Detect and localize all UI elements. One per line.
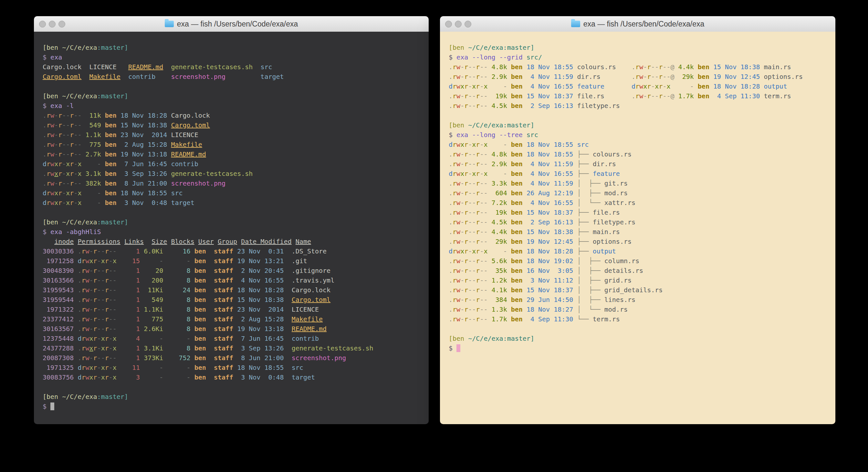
text-segment: 24 [163, 286, 190, 294]
text-segment [82, 73, 89, 81]
text-segment: src [527, 131, 538, 139]
permission-char: x [101, 334, 105, 342]
text-segment [74, 296, 78, 303]
text-segment: 18 Nov 19:02 [523, 257, 574, 265]
permission-char: - [97, 374, 101, 381]
text-segment: 23377412 [43, 315, 74, 323]
text-segment [604, 83, 631, 90]
text-segment: 1.7k [488, 315, 507, 323]
title-bar[interactable]: exa — fish /Users/ben/Code/exa/exa [34, 16, 429, 32]
text-segment [46, 403, 51, 410]
text-segment: 3.1Ki [140, 344, 163, 352]
text-segment: 15 Nov 18:37 [523, 92, 574, 100]
permission-char: w [457, 83, 460, 90]
text-segment [167, 199, 171, 207]
text-segment: 1971258 [43, 257, 74, 265]
text-segment: ben [507, 247, 523, 255]
permission-char: r [105, 247, 109, 255]
permission-char: r [93, 257, 97, 265]
text-segment [74, 286, 78, 294]
permission-char: - [468, 315, 472, 323]
zoom-button[interactable] [465, 21, 471, 28]
permission-char: - [480, 247, 484, 255]
permission-char: w [85, 286, 89, 294]
permission-char: r [464, 305, 468, 313]
desktop-background: exa — fish /Users/ben/Code/exa/exa [ben … [0, 0, 868, 472]
permission-char: - [97, 315, 101, 323]
text-segment: │ ├── [573, 296, 604, 303]
permission-char: - [113, 267, 117, 274]
permission-char: w [639, 83, 643, 90]
permission-char: w [457, 305, 460, 313]
permission-char: r [82, 354, 85, 362]
permission-char: - [484, 199, 488, 207]
text-segment: LICENCE [171, 131, 198, 139]
permission-char: - [113, 325, 117, 333]
text-segment: 19 Nov 12:45 [523, 238, 574, 245]
text-segment [600, 73, 631, 81]
terminal-line: 31959543 .rw-r--r-- 1 11Ki 24 ben staff … [43, 285, 429, 295]
text-segment: ben staff [191, 315, 233, 323]
text-segment: ben [507, 83, 523, 90]
permission-char: r [476, 150, 480, 158]
permission-char: - [460, 257, 464, 265]
terminal-line: [ben ~/C/e/exa:master] [449, 43, 835, 52]
permission-char: - [90, 286, 93, 294]
permission-char: - [109, 364, 113, 372]
permission-char: - [472, 179, 476, 187]
text-segment: 19 Nov 13:18 [117, 150, 167, 158]
text-segment: 1 [117, 354, 140, 362]
permission-char: w [457, 276, 460, 284]
permission-char: - [472, 218, 476, 226]
permission-char: - [113, 296, 117, 303]
permission-char: - [468, 102, 472, 110]
text-segment: ben [507, 296, 523, 303]
minimize-button[interactable] [455, 21, 462, 28]
terminal-line: 20087308 .rw-r--r-- 1 373Ki 752 ben staf… [43, 353, 429, 363]
permission-char: w [51, 121, 54, 129]
text-segment: ben [507, 315, 523, 323]
close-button[interactable] [39, 21, 46, 28]
minimize-button[interactable] [49, 21, 56, 28]
permission-char: - [54, 141, 58, 148]
permission-char: r [93, 344, 97, 352]
text-segment [284, 267, 292, 274]
permission-char: - [480, 92, 484, 100]
permission-char: - [484, 228, 488, 236]
permission-char: - [460, 238, 464, 245]
text-segment: │ └── [573, 199, 604, 207]
permission-char: r [453, 218, 457, 226]
terminal-screen[interactable]: [ben ~/C/e/exa:master]$ exaCargo.lock LI… [34, 32, 429, 424]
permission-char: r [70, 150, 74, 158]
permission-char: - [109, 257, 113, 265]
text-segment: $ [43, 102, 46, 110]
text-segment: 4.5k [488, 218, 507, 226]
text-segment: 8 [163, 325, 190, 333]
title-bar[interactable]: exa — fish /Users/ben/Code/exa/exa [440, 16, 835, 32]
terminal-line: .rw-r--r-- 4.4k ben 15 Nov 18:38 ├── mai… [449, 227, 835, 237]
terminal-line: .rw-r--r-- 549 ben 15 Nov 18:38 Cargo.to… [43, 120, 429, 130]
text-segment: 1971325 [43, 364, 74, 372]
text-segment: 19 Nov 13:21 [233, 257, 284, 265]
text-segment: $ [43, 228, 46, 236]
permission-char: - [472, 73, 476, 81]
text-segment: 4.1k [488, 286, 507, 294]
permission-char: - [480, 199, 484, 207]
permission-char: . [449, 315, 453, 323]
zoom-button[interactable] [59, 21, 65, 28]
permission-char: r [464, 208, 468, 216]
permission-char: w [639, 63, 643, 71]
permission-char: - [480, 189, 484, 197]
permission-char: - [484, 208, 488, 216]
close-button[interactable] [445, 21, 452, 28]
permission-char: r [453, 315, 457, 323]
terminal-screen[interactable]: [ben ~/C/e/exa:master]$ exa --long --gri… [440, 32, 835, 424]
permission-char: - [468, 170, 472, 177]
permission-char: r [58, 160, 62, 168]
permission-char: r [647, 73, 651, 81]
text-segment: $ [449, 131, 453, 139]
text-segment: ben staff [191, 354, 233, 362]
text-segment: 15 Nov 18:37 [523, 286, 574, 294]
text-segment [167, 179, 171, 187]
permission-char: - [484, 150, 488, 158]
